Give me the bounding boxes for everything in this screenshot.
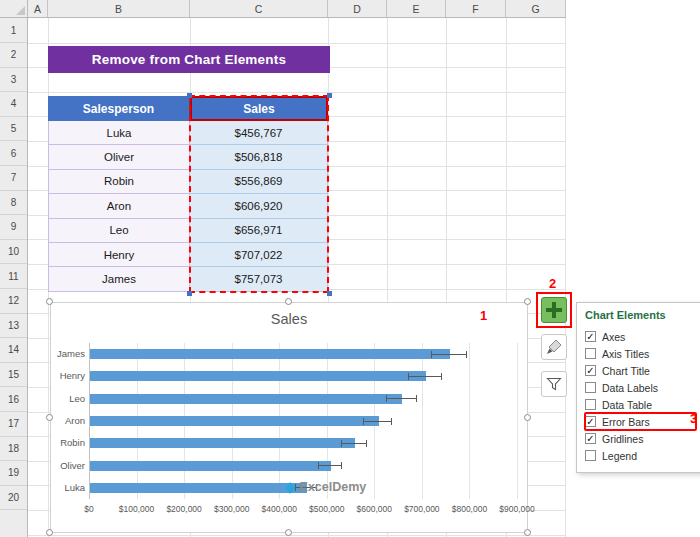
checkbox-unchecked[interactable] <box>585 450 596 461</box>
row-header-17[interactable]: 17 <box>0 412 27 437</box>
chart-resize-handle[interactable] <box>285 529 292 536</box>
exceldemy-logo-icon: ◆ <box>284 479 296 494</box>
chart-bar-oliver[interactable] <box>90 461 331 471</box>
column-header-b[interactable]: B <box>48 0 190 17</box>
chart-title[interactable]: Sales <box>51 311 527 327</box>
selection-handle[interactable] <box>187 291 192 296</box>
row-header-6[interactable]: 6 <box>0 141 27 166</box>
checkbox-unchecked[interactable] <box>585 382 596 393</box>
step-2-annotation: 2 <box>549 276 556 291</box>
row-header-11[interactable]: 11 <box>0 264 27 289</box>
chart-gridline <box>469 343 470 499</box>
column-header-e[interactable]: E <box>387 0 446 17</box>
error-bar-cap <box>431 351 432 358</box>
checkbox-unchecked[interactable] <box>585 348 596 359</box>
chart-element-item-error-bars[interactable]: ✓Error Bars <box>585 413 696 430</box>
selection-handle[interactable] <box>327 291 332 296</box>
sales-cell[interactable]: $456,767 <box>190 121 328 145</box>
row-header-2[interactable]: 2 <box>0 43 27 68</box>
checkbox-unchecked[interactable] <box>585 399 596 410</box>
gridline-horizontal <box>28 43 566 44</box>
checkbox-checked[interactable]: ✓ <box>585 416 596 427</box>
chart-filters-button[interactable] <box>541 371 567 397</box>
row-header-15[interactable]: 15 <box>0 362 27 387</box>
column-header-f[interactable]: F <box>446 0 506 17</box>
salesperson-cell[interactable]: Aron <box>48 194 190 218</box>
chart-element-label: Legend <box>602 450 637 462</box>
chart-bar-luka[interactable] <box>90 483 307 493</box>
chart-element-item-legend[interactable]: Legend <box>585 447 696 464</box>
chart-element-item-data-labels[interactable]: Data Labels <box>585 379 696 396</box>
table-header-sales[interactable]: Sales <box>190 96 328 121</box>
chart-resize-handle[interactable] <box>46 414 53 421</box>
table-header-salesperson[interactable]: Salesperson <box>48 96 190 121</box>
sales-cell[interactable]: $556,869 <box>190 170 328 194</box>
column-header-d[interactable]: D <box>328 0 387 17</box>
checkbox-checked[interactable]: ✓ <box>585 433 596 444</box>
row-header-19[interactable]: 19 <box>0 461 27 486</box>
row-header-12[interactable]: 12 <box>0 289 27 314</box>
sales-cell[interactable]: $656,971 <box>190 219 328 243</box>
selection-handle[interactable] <box>187 93 192 98</box>
row-header-4[interactable]: 4 <box>0 92 27 117</box>
salesperson-cell[interactable]: Leo <box>48 219 190 243</box>
row-header-20[interactable]: 20 <box>0 485 27 510</box>
sales-cell[interactable]: $506,818 <box>190 145 328 169</box>
table-row: Luka$456,767 <box>48 121 328 145</box>
chart-elements-panel: Chart Elements ✓AxesAxis Titles✓Chart Ti… <box>576 302 700 473</box>
row-header-13[interactable]: 13 <box>0 313 27 338</box>
chart-bar-robin[interactable] <box>90 438 355 448</box>
column-headers: ABCDEFG <box>0 0 566 18</box>
checkbox-checked[interactable]: ✓ <box>585 365 596 376</box>
row-header-16[interactable]: 16 <box>0 387 27 412</box>
row-header-14[interactable]: 14 <box>0 338 27 363</box>
select-all-corner[interactable] <box>0 0 28 18</box>
row-header-1[interactable]: 1 <box>0 18 27 43</box>
chart-styles-button[interactable] <box>541 334 567 360</box>
chart-resize-handle[interactable] <box>524 298 531 305</box>
salesperson-cell[interactable]: James <box>48 267 190 291</box>
sales-cell[interactable]: $606,920 <box>190 194 328 218</box>
salesperson-cell[interactable]: Robin <box>48 170 190 194</box>
row-header-5[interactable]: 5 <box>0 116 27 141</box>
sales-cell[interactable]: $707,022 <box>190 243 328 267</box>
selection-handle[interactable] <box>327 93 332 98</box>
chart-resize-handle[interactable] <box>524 529 531 536</box>
chart-element-item-data-table[interactable]: Data Table <box>585 396 696 413</box>
row-header-9[interactable]: 9 <box>0 215 27 240</box>
sales-table: SalespersonSales Luka$456,767Oliver$506,… <box>48 96 328 292</box>
salesperson-cell[interactable]: Oliver <box>48 145 190 169</box>
chart-element-item-gridlines[interactable]: ✓Gridlines <box>585 430 696 447</box>
chart-element-item-axes[interactable]: ✓Axes <box>585 328 696 345</box>
column-header-g[interactable]: G <box>506 0 566 17</box>
row-header-7[interactable]: 7 <box>0 166 27 191</box>
chart-bar-james[interactable] <box>90 349 450 359</box>
chart-resize-handle[interactable] <box>285 298 292 305</box>
column-header-c[interactable]: C <box>190 0 328 17</box>
checkbox-checked[interactable]: ✓ <box>585 331 596 342</box>
y-axis-category-label: Henry <box>53 370 85 381</box>
column-header-a[interactable]: A <box>28 0 48 17</box>
chart-bar-aron[interactable] <box>90 416 379 426</box>
chart-resize-handle[interactable] <box>524 414 531 421</box>
chart-bar-henry[interactable] <box>90 371 426 381</box>
row-header-3[interactable]: 3 <box>0 67 27 92</box>
sales-cell[interactable]: $757,073 <box>190 267 328 291</box>
bar-chart[interactable]: Sales $0$100,000$200,000$300,000$400,000… <box>50 302 528 533</box>
y-axis-category-label: James <box>53 348 85 359</box>
chart-bar-leo[interactable] <box>90 394 402 404</box>
chart-element-item-axis-titles[interactable]: Axis Titles <box>585 345 696 362</box>
chart-resize-handle[interactable] <box>46 529 53 536</box>
chart-element-label: Axis Titles <box>602 348 649 360</box>
salesperson-cell[interactable]: Luka <box>48 121 190 145</box>
row-headers: 1234567891011121314151617181920 <box>0 18 28 537</box>
row-header-18[interactable]: 18 <box>0 436 27 461</box>
salesperson-cell[interactable]: Henry <box>48 243 190 267</box>
y-axis-category-label: Luka <box>53 482 85 493</box>
chart-resize-handle[interactable] <box>46 298 53 305</box>
chart-element-label: Axes <box>602 331 625 343</box>
row-header-8[interactable]: 8 <box>0 190 27 215</box>
chart-element-label: Error Bars <box>602 416 650 428</box>
row-header-10[interactable]: 10 <box>0 239 27 264</box>
chart-element-item-chart-title[interactable]: ✓Chart Title <box>585 362 696 379</box>
